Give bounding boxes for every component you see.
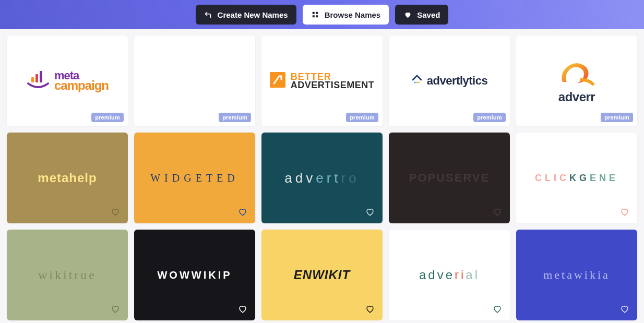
logo-text: ENWIKIT [294, 268, 350, 282]
logo-text: advertlytics [427, 74, 487, 88]
arrow-return-icon [204, 10, 212, 19]
premium-badge: premium [91, 113, 124, 122]
favorite-button[interactable] [492, 304, 503, 314]
favorite-button[interactable] [237, 304, 248, 314]
logo-text: metahelp [38, 171, 97, 185]
card-popuserve[interactable]: POPUSERVE [389, 133, 510, 223]
logo-text: CLICKGENE [535, 173, 618, 184]
svg-point-9 [416, 81, 418, 83]
card-adverr[interactable]: adverr premium [516, 35, 637, 126]
create-new-names-label: Create New Names [218, 10, 288, 19]
favorite-button[interactable] [619, 207, 630, 217]
favorite-button[interactable] [492, 207, 503, 217]
svg-point-10 [418, 81, 420, 83]
premium-badge: premium [473, 113, 506, 122]
grid-icon [311, 10, 319, 19]
logo-text: POPUSERVE [409, 171, 490, 185]
card-wowwikip[interactable]: WOWWIKIP [134, 230, 255, 320]
svg-point-8 [414, 81, 415, 83]
browse-names-button[interactable]: Browse Names [303, 5, 389, 25]
bars-smile-icon [26, 70, 50, 92]
card-advertro[interactable]: advertro [261, 133, 383, 223]
card-wikitrue[interactable]: wikitrue [7, 230, 128, 320]
svg-rect-5 [35, 74, 38, 82]
svg-rect-0 [312, 12, 314, 14]
logo-text: WIDGETED [150, 172, 239, 184]
svg-rect-1 [316, 12, 318, 14]
svg-rect-7 [270, 72, 285, 88]
favorite-button[interactable] [110, 304, 121, 314]
svg-rect-6 [40, 71, 42, 82]
svg-rect-2 [312, 15, 314, 17]
swoosh-icon [556, 59, 597, 88]
card-clickgene[interactable]: CLICKGENE [516, 133, 637, 223]
favorite-button[interactable] [237, 207, 248, 217]
logo-text: adverr [558, 91, 595, 103]
saved-button[interactable]: Saved [395, 5, 448, 25]
saved-label: Saved [417, 10, 440, 19]
logo-text: advertro [284, 170, 359, 186]
browse-names-label: Browse Names [325, 10, 381, 19]
logo-text-bottom: campaign [54, 79, 109, 92]
card-metacampaign[interactable]: meta campaign premium [7, 35, 128, 126]
svg-rect-3 [316, 15, 318, 17]
card-advertlytics[interactable]: advertlytics premium [389, 35, 510, 126]
favorite-button[interactable] [365, 304, 375, 314]
favorite-button[interactable] [365, 207, 375, 217]
card-blank[interactable]: premium [134, 35, 255, 126]
card-metawikia[interactable]: metawikia [516, 230, 637, 320]
logo-text-bottom: ADVERTISEMENT [291, 80, 375, 90]
card-metahelp[interactable]: metahelp [7, 133, 128, 223]
card-better-advertisement[interactable]: BETTER ADVERTISEMENT premium [261, 35, 383, 126]
card-enwikit[interactable]: ENWIKIT [261, 230, 383, 320]
square-arrow-icon [270, 72, 285, 90]
premium-badge: premium [601, 113, 633, 122]
logo-text: adverial [419, 268, 480, 282]
favorite-button[interactable] [619, 304, 630, 314]
logo-text: WOWWIKIP [157, 269, 232, 281]
favorite-button[interactable] [110, 207, 121, 217]
logo-text: wikitrue [38, 268, 97, 282]
topbar: Create New Names Browse Names Saved [0, 0, 644, 29]
logo-text: metawikia [543, 268, 610, 282]
card-widgeted[interactable]: WIDGETED [134, 133, 255, 223]
heart-icon [403, 10, 412, 19]
svg-rect-4 [31, 77, 34, 82]
create-new-names-button[interactable]: Create New Names [196, 5, 296, 25]
premium-badge: premium [219, 113, 251, 122]
card-adverial[interactable]: adverial [389, 230, 510, 320]
premium-badge: premium [346, 113, 378, 122]
name-grid: meta campaign premium premium BETTER ADV… [0, 29, 644, 323]
house-dots-icon [411, 74, 423, 88]
